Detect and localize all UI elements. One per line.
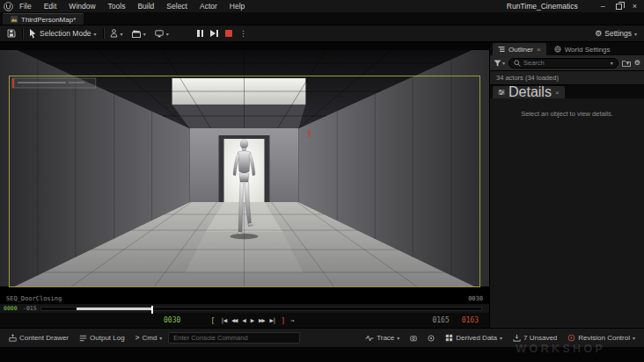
range-start-label: 0000 — [4, 305, 18, 312]
chevron-down-icon: ▾ — [121, 31, 123, 37]
cinematic-info-bar: SEQ_DoorClosing 0030 — [0, 293, 489, 304]
sequencer-transport-bar: 0030 [ |◀ ◀◀ ◀ ▶ ▶▶ ▶| ] → 0165 0163 — [0, 313, 489, 328]
chevron-down-icon: ▾ — [94, 31, 97, 37]
menu-tools[interactable]: Tools — [102, 0, 132, 12]
details-empty-message: Select an object to view details. — [521, 110, 613, 328]
output-log-label: Output Log — [90, 334, 125, 342]
output-log-icon — [79, 335, 87, 342]
tab-thirdpersonmap[interactable]: ThirdPersonMap* — [3, 13, 84, 25]
trace-icon — [365, 335, 374, 342]
playhead-marker[interactable] — [151, 306, 153, 314]
filter-funnel-icon — [494, 60, 501, 67]
red-marker — [308, 130, 310, 137]
to-end-button[interactable]: ▶| — [269, 317, 274, 324]
outliner-settings-button[interactable]: ⚙ — [634, 59, 640, 67]
timeline-range-fill — [77, 308, 151, 310]
menu-help[interactable]: Help — [223, 0, 251, 12]
play-reverse-button[interactable]: ◀ — [243, 317, 245, 324]
details-panel-body: Select an object to view details. — [490, 98, 644, 328]
play-in-editor-controls: ⋮ — [197, 25, 247, 41]
to-front-button[interactable]: |◀ — [221, 317, 226, 324]
next-frame-button[interactable]: ▶▶ — [259, 317, 264, 324]
search-input[interactable] — [523, 59, 608, 67]
settings-label: Settings — [604, 29, 632, 38]
chevron-down-icon[interactable]: ▾ — [611, 60, 613, 66]
bottom-strip — [0, 347, 644, 362]
main-area: SEQ_DoorClosing 0030 0000 -015 0030 [ |◀… — [0, 42, 644, 328]
outliner-search-box[interactable]: ▾ — [509, 58, 618, 69]
selection-mode-dropdown[interactable]: Selection Mode ▾ — [25, 26, 101, 40]
outliner-filter-dropdown[interactable]: ▾ — [494, 60, 505, 67]
timeline-track[interactable] — [40, 307, 482, 311]
toolbar-separator — [103, 28, 104, 39]
menu-window[interactable]: Window — [62, 0, 101, 12]
cmd-prompt-icon: > — [135, 334, 140, 342]
minimize-button[interactable]: – — [601, 2, 605, 11]
viewport[interactable] — [0, 42, 489, 293]
outliner-icon — [498, 46, 505, 53]
pause-button[interactable] — [197, 30, 203, 37]
menu-build[interactable]: Build — [131, 0, 160, 12]
trace-dropdown[interactable]: Trace ▾ — [361, 331, 404, 345]
sequencer-scrubber: 0000 -015 — [0, 304, 489, 313]
playback-end-label: 0165 — [432, 316, 449, 324]
menu-bar: File Edit Window Tools Build Select Acto… — [0, 0, 644, 12]
menu-select[interactable]: Select — [160, 0, 194, 12]
unreal-editor-window: File Edit Window Tools Build Select Acto… — [0, 0, 644, 362]
chevron-down-icon: ▾ — [397, 335, 399, 341]
save-button[interactable] — [3, 26, 20, 40]
status-bar: Content Drawer Output Log > Cmd ▾ Trace … — [0, 328, 644, 347]
jump-button[interactable]: → — [290, 317, 293, 324]
menu-file[interactable]: File — [13, 0, 38, 12]
close-icon[interactable]: × — [537, 46, 541, 54]
unreal-logo-icon[interactable] — [4, 2, 13, 11]
chevron-down-icon: ▾ — [143, 31, 146, 37]
play-button[interactable]: ▶ — [251, 317, 253, 324]
close-icon[interactable]: × — [555, 89, 560, 97]
outliner-tab-label: Outliner — [509, 46, 533, 54]
details-tab-well: Details × — [490, 85, 644, 98]
platforms-dropdown[interactable]: ▾ — [150, 26, 173, 40]
chevron-down-icon: ▾ — [159, 335, 162, 341]
frame-skip-button[interactable] — [210, 30, 218, 37]
content-drawer-button[interactable]: Content Drawer — [4, 331, 73, 345]
gear-icon: ⚙ — [634, 59, 640, 67]
previous-frame-button[interactable]: ◀◀ — [231, 317, 237, 324]
derived-data-dropdown[interactable]: Derived Data ▾ — [441, 331, 507, 345]
add-folder-button[interactable] — [622, 60, 631, 67]
tab-outliner[interactable]: Outliner × — [493, 43, 546, 55]
set-playback-end-icon[interactable]: ] — [281, 316, 285, 325]
asset-tab-bar: ThirdPersonMap* — [0, 12, 644, 25]
insights-icon — [428, 335, 435, 342]
output-log-button[interactable]: Output Log — [75, 331, 129, 345]
outliner-toolbar: ▾ ▾ ⚙ — [490, 55, 644, 70]
tab-details[interactable]: Details × — [493, 86, 565, 98]
restore-button[interactable] — [616, 4, 622, 10]
chevron-down-icon: ▾ — [166, 31, 169, 37]
unsaved-button[interactable]: 7 Unsaved — [509, 331, 561, 345]
cinematics-dropdown[interactable]: ▾ — [128, 26, 150, 40]
menu-actor[interactable]: Actor — [194, 0, 223, 12]
globe-icon — [554, 46, 561, 53]
clapperboard-icon — [132, 30, 141, 38]
set-playback-start-icon[interactable]: [ — [210, 316, 215, 325]
status-bar-right: Trace ▾ Derived Data ▾ — [361, 331, 640, 345]
right-dock-panel: Outliner × World Settings ▾ — [490, 42, 644, 328]
viewport-settings-dropdown[interactable]: ⚙ Settings ▾ — [590, 26, 641, 40]
derived-data-icon — [445, 334, 453, 342]
console-command-input[interactable] — [168, 332, 300, 344]
blueprints-dropdown[interactable]: ▾ — [106, 26, 128, 40]
stop-button[interactable] — [225, 30, 232, 37]
trace-snapshot-button[interactable] — [406, 331, 421, 345]
chevron-down-icon: ▾ — [500, 335, 502, 341]
menu-edit[interactable]: Edit — [38, 0, 63, 12]
tab-world-settings[interactable]: World Settings — [549, 43, 616, 55]
insights-button[interactable] — [423, 331, 439, 345]
cmd-dropdown[interactable]: > Cmd ▾ — [131, 331, 167, 345]
chevron-down-icon: ▾ — [634, 31, 637, 37]
revision-control-dropdown[interactable]: Revision Control ▾ — [563, 331, 640, 345]
close-button[interactable]: × — [633, 2, 637, 11]
chevron-down-icon: ▾ — [502, 60, 505, 66]
pie-options-menu[interactable]: ⋮ — [239, 29, 247, 38]
platforms-icon — [155, 30, 164, 38]
